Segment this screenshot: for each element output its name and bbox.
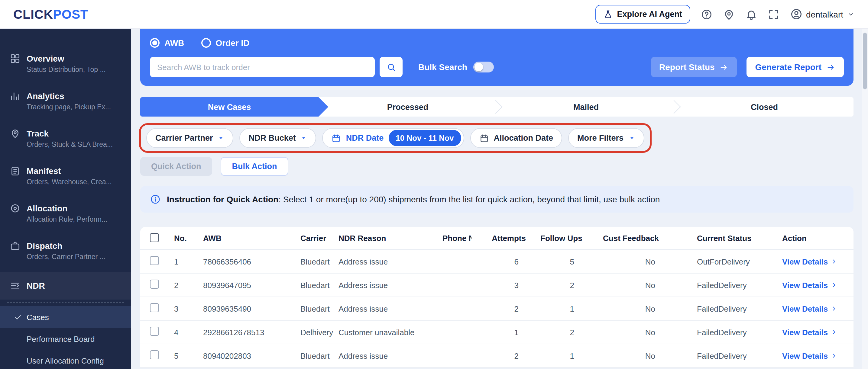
- sidebar-item-allocation[interactable]: Allocation Allocation Rule, Perform...: [0, 197, 131, 234]
- view-details-label: View Details: [782, 351, 828, 360]
- search-button[interactable]: [380, 57, 403, 77]
- quick-action-instruction-banner: Instruction for Quick Action: Select 1 o…: [140, 186, 854, 212]
- help-icon[interactable]: [700, 8, 712, 20]
- view-details-link[interactable]: View Details: [782, 328, 837, 337]
- radio-selected-icon: [150, 38, 160, 48]
- ndr-bucket-filter[interactable]: NDR Bucket: [240, 128, 316, 148]
- sidebar-item-subtitle: Tracking page, Pickup Ex...: [27, 103, 122, 110]
- more-filters-button[interactable]: More Filters: [568, 128, 644, 148]
- cell-ndr-reason: Customer unavailable: [335, 328, 435, 337]
- grid-icon: [10, 53, 21, 64]
- tab-closed[interactable]: Closed: [675, 97, 854, 116]
- cell-carrier: Bluedart: [295, 351, 335, 360]
- view-details-link[interactable]: View Details: [782, 257, 837, 266]
- cell-no: 1: [167, 257, 198, 266]
- bulk-search-label: Bulk Search: [418, 62, 467, 72]
- sidebar-item-overview[interactable]: Overview Status Distribution, Top ...: [0, 47, 131, 85]
- cell-current-status: OutForDelivery: [666, 257, 781, 266]
- cell-attempts: 3: [471, 280, 533, 290]
- account-menu[interactable]: dentalkart: [790, 8, 855, 21]
- cell-awb: 29286612678513: [198, 328, 295, 337]
- cell-awb: 80939647095: [198, 280, 295, 290]
- sidebar-subitem-label: User Allocation Config: [27, 356, 104, 365]
- row-select-checkbox[interactable]: [150, 327, 159, 336]
- sidebar-item-track[interactable]: Track Orders, Stuck & SLA Brea...: [0, 122, 131, 160]
- bulk-search-toggle[interactable]: [473, 62, 494, 72]
- sidebar-item-dispatch[interactable]: Dispatch Orders, Carrier Partner ...: [0, 234, 131, 272]
- bell-icon[interactable]: [745, 8, 757, 20]
- check-icon: [14, 313, 22, 321]
- scrollbar-thumb[interactable]: [863, 33, 867, 89]
- sidebar-item-user-allocation-config[interactable]: User Allocation Config: [0, 350, 131, 369]
- tab-label: Mailed: [573, 102, 599, 111]
- fullscreen-icon[interactable]: [767, 8, 779, 20]
- search-input[interactable]: [150, 57, 375, 77]
- view-details-link[interactable]: View Details: [782, 351, 837, 360]
- view-details-link[interactable]: View Details: [782, 280, 837, 290]
- row-select-checkbox[interactable]: [150, 280, 159, 289]
- action-buttons-row: Quick Action Bulk Action: [140, 157, 868, 176]
- report-status-button[interactable]: Report Status: [651, 57, 737, 77]
- sidebar-item-manifest[interactable]: Manifest Orders, Warehouse, Crea...: [0, 160, 131, 197]
- caret-down-icon: [628, 135, 635, 141]
- cell-follow-ups: 5: [533, 257, 589, 266]
- tab-mailed[interactable]: Mailed: [497, 97, 675, 116]
- order-id-radio[interactable]: Order ID: [201, 38, 249, 48]
- workflow-icon: [10, 280, 21, 291]
- cell-current-status: FailedDelivery: [666, 280, 781, 290]
- explore-ai-agent-button[interactable]: Explore AI Agent: [595, 5, 690, 24]
- cell-attempts: 2: [471, 351, 533, 360]
- table-row: 3 80939635490 Bluedart Address issue 2 1…: [140, 297, 854, 321]
- location-pin-icon: [10, 128, 21, 139]
- select-all-checkbox[interactable]: [150, 233, 159, 242]
- target-icon: [10, 203, 21, 214]
- cell-no: 2: [167, 280, 198, 290]
- caret-down-icon: [301, 135, 307, 141]
- sidebar-item-subtitle: Status Distribution, Top ...: [27, 66, 122, 73]
- cell-current-status: FailedDelivery: [666, 304, 781, 313]
- search-row: Bulk Search Report Status Generate Repor…: [150, 57, 844, 77]
- sidebar-item-subtitle: Allocation Rule, Perform...: [27, 215, 122, 223]
- awb-radio-label: AWB: [164, 38, 184, 48]
- sidebar-item-ndr[interactable]: NDR: [0, 272, 131, 300]
- allocation-date-label: Allocation Date: [494, 133, 553, 142]
- ndr-date-filter[interactable]: NDR Date 10 Nov - 11 Nov: [322, 128, 464, 148]
- cell-ndr-reason: Address issue: [335, 351, 435, 360]
- cell-cust-feedback: No: [589, 257, 666, 266]
- cell-ndr-reason: Address issue: [335, 304, 435, 313]
- map-pin-icon[interactable]: [723, 8, 735, 20]
- chevron-right-icon: [830, 329, 837, 336]
- tab-processed[interactable]: Processed: [318, 97, 497, 116]
- cell-ndr-reason: Address issue: [335, 280, 435, 290]
- top-header: CLICKPOST Explore AI Agent dentalkart: [0, 0, 868, 29]
- clickpost-logo: CLICKPOST: [13, 7, 88, 22]
- allocation-date-filter[interactable]: Allocation Date: [470, 128, 562, 148]
- more-filters-label: More Filters: [577, 133, 623, 142]
- row-select-checkbox[interactable]: [150, 256, 159, 265]
- report-status-label: Report Status: [659, 62, 715, 72]
- sidebar-item-analytics[interactable]: Analytics Tracking page, Pickup Ex...: [0, 85, 131, 122]
- sidebar-item-performance-board[interactable]: Performance Board: [0, 328, 131, 350]
- ndr-date-value-chip[interactable]: 10 Nov - 11 Nov: [389, 130, 461, 146]
- account-name: dentalkart: [806, 9, 843, 19]
- cell-cust-feedback: No: [589, 280, 666, 290]
- col-header-no: No.: [167, 234, 198, 243]
- row-select-checkbox[interactable]: [150, 303, 159, 312]
- banner-text: Instruction for Quick Action: Select 1 o…: [167, 195, 660, 204]
- carrier-partner-filter[interactable]: Carrier Partner: [146, 128, 234, 148]
- tab-new-cases[interactable]: New Cases: [140, 97, 318, 116]
- col-header-cust-feedback: Cust Feedback: [589, 234, 666, 243]
- view-details-link[interactable]: View Details: [782, 304, 837, 313]
- awb-radio[interactable]: AWB: [150, 38, 184, 48]
- cell-carrier: Bluedart: [295, 304, 335, 313]
- tab-label: Closed: [751, 102, 778, 111]
- sidebar-item-cases[interactable]: Cases: [0, 306, 131, 328]
- generate-report-button[interactable]: Generate Report: [747, 57, 844, 77]
- arrow-right-icon: [720, 63, 729, 72]
- cell-follow-ups: 1: [533, 304, 589, 313]
- calendar-icon: [479, 133, 489, 143]
- cell-carrier: Bluedart: [295, 257, 335, 266]
- row-select-checkbox[interactable]: [150, 350, 159, 359]
- bulk-action-button[interactable]: Bulk Action: [221, 157, 289, 176]
- explore-ai-agent-label: Explore AI Agent: [617, 10, 682, 19]
